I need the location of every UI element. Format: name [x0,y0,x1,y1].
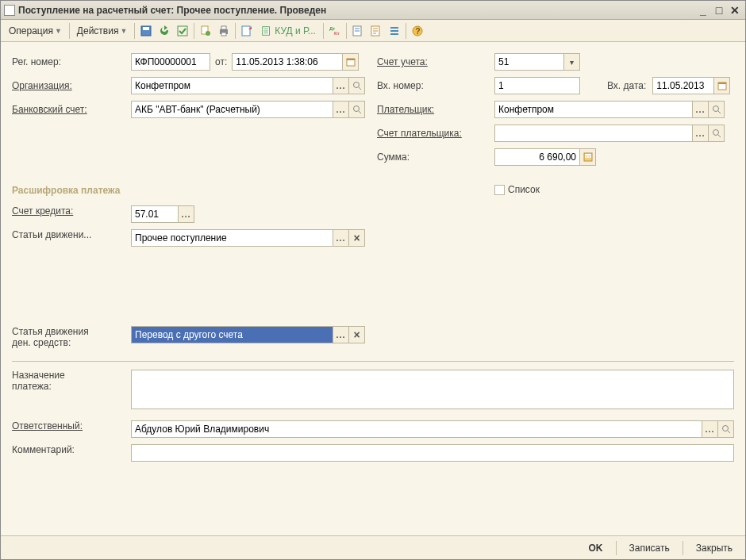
svg-point-23 [713,130,718,136]
save-button[interactable]: Записать [623,540,676,556]
actions-menu[interactable]: Действия ▼ [72,23,133,39]
credit-account-label: Счет кредита: [12,205,131,223]
kudr-label: КУД и Р... [275,25,315,36]
actions-menu-label: Действия [77,25,119,36]
sum-input[interactable]: 6 690,00 [494,148,580,166]
svg-point-29 [722,426,728,432]
list-icon[interactable] [386,22,403,40]
payer-search-button[interactable] [709,101,725,118]
svg-point-18 [353,82,359,88]
vx-date-label: Вх. дата: [602,80,646,91]
post-icon[interactable] [174,22,191,40]
organization-select-button[interactable] [333,77,349,94]
vx-number-label: Вх. номер: [377,80,494,91]
section-title: Расшифровка платежа [12,185,494,196]
svg-point-21 [353,106,359,112]
comment-label: Комментарий: [12,444,131,462]
toolbar: Операция ▼ Действия ▼ КУД и Р... ДтКт ? [1,20,745,42]
window: Поступление на расчетный счет: Прочее по… [0,0,746,560]
print-icon[interactable] [215,22,233,40]
payer-account-label: Счет плательщика: [377,128,494,139]
kudr-button[interactable]: КУД и Р... [256,23,320,39]
movement-article-input[interactable]: Прочее поступление [131,229,333,247]
close-button[interactable]: ✕ [728,4,742,17]
separator [12,361,734,362]
organization-input[interactable]: Конфетпром [131,77,333,94]
calculator-button[interactable] [580,148,596,166]
svg-point-4 [206,31,210,36]
responsible-label: Ответственный: [12,420,131,438]
responsible-input[interactable]: Абдулов Юрий Владимирович [131,420,702,438]
organization-label: Организация: [12,80,131,91]
close-window-button[interactable]: Закрыть [690,540,739,556]
svg-rect-1 [143,27,149,30]
date-input[interactable]: 11.05.2013 1:38:06 [232,53,343,71]
movement-select-button[interactable] [333,229,349,247]
minimize-button[interactable]: _ [696,4,710,17]
vx-date-calendar-button[interactable] [714,77,730,94]
help-icon[interactable]: ? [409,22,426,40]
svg-rect-6 [221,26,226,29]
bank-search-button[interactable] [349,101,365,118]
content: Рег. номер: КФП00000001 от: 11.05.2013 1… [1,42,745,535]
structure-icon[interactable] [349,22,367,40]
responsible-select-button[interactable] [702,420,718,438]
save-icon[interactable] [137,22,155,40]
svg-rect-17 [347,59,355,60]
svg-rect-28 [590,156,591,158]
from-label: от: [210,56,227,67]
refresh-icon[interactable] [156,22,173,40]
dtkt-icon[interactable]: ДтКт [326,22,344,40]
cash-movement-select-button[interactable] [333,326,349,343]
movement-clear-button[interactable] [349,229,365,247]
payer-account-search-button[interactable] [709,125,725,142]
svg-rect-27 [587,156,589,158]
account-dropdown[interactable] [564,53,580,71]
payer-input[interactable]: Конфетпром [494,101,693,118]
reg-number-label: Рег. номер: [12,56,131,67]
basis-icon[interactable] [197,22,214,40]
cash-movement-input[interactable]: Перевод с другого счета [131,326,333,343]
window-title: Поступление на расчетный счет: Прочее по… [18,5,696,16]
app-icon [4,5,15,16]
account-input[interactable]: 51 [494,53,564,71]
movement-article-label: Статьи движени... [12,229,131,247]
dropdown-arrow-icon: ▼ [120,27,127,35]
dropdown-arrow-icon: ▼ [55,27,62,35]
payer-account-select-button[interactable] [693,125,709,142]
list-checkbox-label: Список [508,184,540,195]
bank-account-input[interactable]: АКБ "АВТ-банк" (Расчетный) [131,101,333,118]
svg-rect-2 [178,26,187,36]
svg-point-22 [713,106,718,112]
link-icon[interactable] [238,22,256,40]
credit-select-button[interactable] [179,205,194,223]
vx-number-input[interactable]: 1 [494,77,580,94]
svg-rect-25 [585,154,591,155]
svg-rect-8 [242,26,250,36]
cash-movement-clear-button[interactable] [349,326,365,343]
maximize-button[interactable]: □ [712,4,726,17]
svg-text:Кт: Кт [334,31,340,36]
svg-rect-20 [718,82,726,84]
svg-rect-26 [585,156,586,158]
sum-label: Сумма: [377,152,494,163]
payer-account-input[interactable] [494,125,693,142]
credit-account-input[interactable]: 57.01 [131,205,179,223]
reg-number-input[interactable]: КФП00000001 [131,53,210,71]
comment-input[interactable] [131,444,734,462]
organization-search-button[interactable] [349,77,365,94]
svg-text:?: ? [415,27,420,36]
purpose-label: Назначение платежа: [12,370,131,392]
report-icon[interactable] [367,22,385,40]
purpose-textarea[interactable] [131,370,734,409]
vx-date-input[interactable]: 11.05.2013 [652,77,714,94]
responsible-search-button[interactable] [718,420,734,438]
bank-select-button[interactable] [333,101,349,118]
calendar-button[interactable] [343,53,359,71]
operation-menu[interactable]: Операция ▼ [4,23,67,39]
account-label: Счет учета: [377,56,494,67]
payer-select-button[interactable] [693,101,709,118]
bottom-bar: OK Записать Закрыть [1,535,745,559]
ok-button[interactable]: OK [583,540,609,556]
list-checkbox[interactable] [494,185,505,195]
